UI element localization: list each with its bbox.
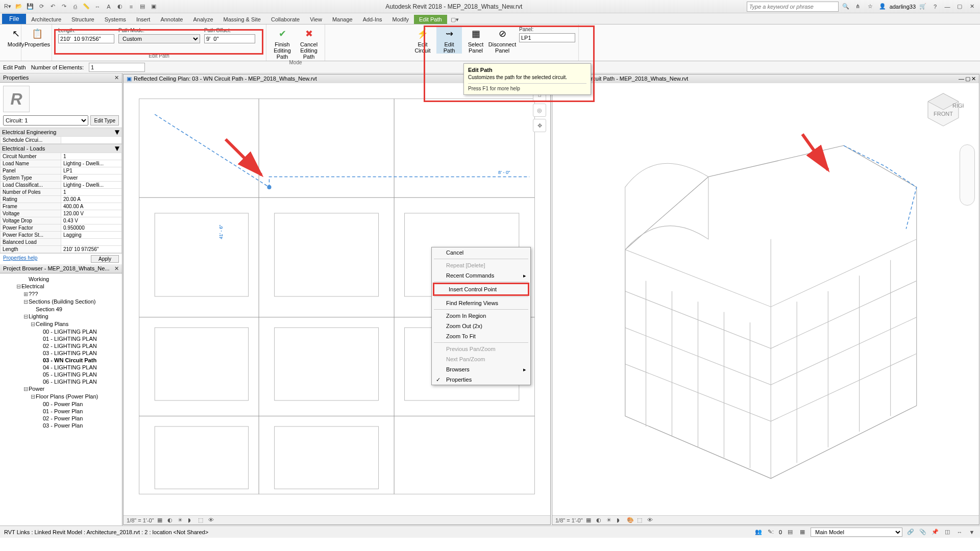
favorite-icon[interactable]: ☆ bbox=[865, 2, 875, 11]
tree-item[interactable]: ⊟Lighting bbox=[1, 313, 121, 320]
hide-icon[interactable]: 👁 bbox=[208, 517, 215, 524]
tree-item[interactable]: 01 - LIGHTING PLAN bbox=[1, 335, 121, 342]
prop-value[interactable]: 120.00 V bbox=[61, 210, 122, 217]
tree-item[interactable]: ⊞??? bbox=[1, 290, 121, 298]
prop-value[interactable]: 1 bbox=[61, 189, 122, 196]
tab-systems[interactable]: Systems bbox=[100, 15, 131, 24]
main-model-select[interactable]: Main Model bbox=[811, 528, 902, 537]
worksets-icon[interactable]: 👥 bbox=[754, 528, 763, 536]
detail-level-icon[interactable]: ▦ bbox=[157, 517, 164, 524]
ctx-browsers[interactable]: Browsers bbox=[432, 364, 530, 374]
shadows-icon[interactable]: ◗ bbox=[617, 517, 624, 524]
main-model-icon[interactable]: ▦ bbox=[798, 528, 806, 536]
editcircuit-button[interactable]: ⚡ Edit Circuit bbox=[410, 27, 435, 54]
view2-min-icon[interactable]: — bbox=[959, 76, 964, 82]
crop-icon[interactable]: ⬚ bbox=[198, 517, 205, 524]
minimize-icon[interactable]: — bbox=[942, 2, 952, 11]
tree-item[interactable]: 02 - LIGHTING PLAN bbox=[1, 342, 121, 349]
select-pinned-icon[interactable]: 📌 bbox=[931, 528, 939, 536]
nav-wheel-icon[interactable]: ◎ bbox=[533, 104, 546, 117]
tree-item[interactable]: ⊟Sections (Building Section) bbox=[1, 298, 121, 306]
editpath-button[interactable]: ⇝ Edit Path bbox=[436, 27, 462, 54]
print-icon[interactable]: ⎙ bbox=[70, 2, 80, 11]
detail-level-icon[interactable]: ▦ bbox=[586, 517, 593, 524]
ctx-zoom-in[interactable]: Zoom In Region bbox=[432, 311, 530, 321]
tree-item[interactable]: ⊟Floor Plans (Power Plan) bbox=[1, 393, 121, 400]
panel-input[interactable] bbox=[519, 33, 575, 42]
ctx-recent[interactable]: Recent Commands bbox=[432, 270, 530, 281]
thin-lines-icon[interactable]: ≡ bbox=[127, 2, 136, 11]
ctx-find-referring[interactable]: Find Referring Views bbox=[432, 298, 530, 308]
view2-max-icon[interactable]: ▢ bbox=[965, 76, 970, 82]
view2-scale[interactable]: 1/8" = 1'-0" bbox=[555, 517, 583, 523]
crop-icon[interactable]: ⬚ bbox=[637, 517, 644, 524]
close-hidden-icon[interactable]: ▤ bbox=[138, 2, 147, 11]
type-selector[interactable]: Circuit: 1 bbox=[3, 115, 88, 126]
tree-item[interactable]: ⊟Power bbox=[1, 385, 121, 393]
tab-collaborate[interactable]: Collaborate bbox=[266, 15, 305, 24]
app-menu-icon[interactable]: R▾ bbox=[3, 2, 12, 11]
properties-button[interactable]: 📋 Properties bbox=[24, 27, 50, 47]
search-icon[interactable]: 🔍 bbox=[841, 2, 851, 11]
prop-value[interactable]: LP1 bbox=[61, 167, 122, 174]
pathmode-select[interactable]: Custom bbox=[118, 34, 200, 43]
tree-item[interactable]: ⊟Ceiling Plans bbox=[1, 320, 121, 328]
tab-analyze[interactable]: Analyze bbox=[188, 15, 218, 24]
tree-item[interactable]: Section 49 bbox=[1, 306, 121, 313]
editable-icon[interactable]: ✎: bbox=[767, 528, 775, 536]
hide-icon[interactable]: 👁 bbox=[647, 517, 654, 524]
switch-windows-icon[interactable]: ▣ bbox=[149, 2, 158, 11]
edit-type-button[interactable]: Edit Type bbox=[90, 115, 119, 126]
section-icon[interactable]: ◐ bbox=[115, 2, 125, 11]
restore-icon[interactable]: ▢ bbox=[954, 2, 965, 11]
tab-manage[interactable]: Manage bbox=[327, 15, 358, 24]
properties-help-link[interactable]: Properties help bbox=[3, 255, 37, 263]
prop-value[interactable]: 0.43 V bbox=[61, 217, 122, 224]
tree-item[interactable]: 05 - LIGHTING PLAN bbox=[1, 371, 121, 378]
tree-item[interactable]: 03 - WN Circuit Path bbox=[1, 357, 121, 364]
comm-icon[interactable]: ⋔ bbox=[853, 2, 863, 11]
prop-value[interactable]: 400.00 A bbox=[61, 203, 122, 210]
text-icon[interactable]: A bbox=[104, 2, 113, 11]
ctx-properties[interactable]: Properties bbox=[432, 374, 530, 385]
prop-value[interactable] bbox=[61, 239, 122, 246]
select-face-icon[interactable]: ◫ bbox=[943, 528, 951, 536]
help-icon[interactable]: ? bbox=[930, 2, 940, 11]
sun-icon[interactable]: ☀ bbox=[178, 517, 185, 524]
sun-icon[interactable]: ☀ bbox=[606, 517, 614, 524]
ctx-zoom-fit[interactable]: Zoom To Fit bbox=[432, 331, 530, 341]
ctx-zoom-out[interactable]: Zoom Out (2x) bbox=[432, 321, 530, 331]
select-underlay-icon[interactable]: 📎 bbox=[919, 528, 927, 536]
tree-item[interactable]: 06 - LIGHTING PLAN bbox=[1, 378, 121, 385]
cat-elec-eng[interactable]: Electrical Engineering⯆ bbox=[0, 128, 122, 136]
view-cube[interactable]: FRONT RIGHT bbox=[923, 89, 964, 130]
prop-value[interactable]: Lagging bbox=[61, 232, 122, 239]
prop-value[interactable]: Lighting - Dwelli... bbox=[61, 160, 122, 167]
length-input[interactable] bbox=[58, 34, 114, 43]
tab-editpath[interactable]: Edit Path bbox=[414, 15, 447, 24]
view2-close-icon[interactable]: ✕ bbox=[971, 76, 976, 82]
prop-value[interactable]: 20.00 A bbox=[61, 196, 122, 203]
offset-input[interactable] bbox=[204, 34, 255, 43]
tree-item[interactable]: 00 - LIGHTING PLAN bbox=[1, 328, 121, 335]
finish-button[interactable]: ✔ Finish Editing Path bbox=[270, 27, 295, 60]
save-icon[interactable]: 💾 bbox=[26, 2, 35, 11]
nav-bar[interactable] bbox=[960, 144, 975, 206]
prop-value[interactable]: 1 bbox=[61, 153, 122, 160]
tab-annotate[interactable]: Annotate bbox=[155, 15, 188, 24]
redo-icon[interactable]: ↷ bbox=[59, 2, 68, 11]
tab-insert[interactable]: Insert bbox=[131, 15, 156, 24]
prop-value[interactable]: Power bbox=[61, 174, 122, 182]
render-icon[interactable]: 🎨 bbox=[627, 517, 634, 524]
tab-structure[interactable]: Structure bbox=[66, 15, 100, 24]
drag-icon[interactable]: ↔ bbox=[955, 528, 964, 536]
tab-file[interactable]: File bbox=[2, 14, 26, 24]
disconnect-button[interactable]: ⊘ Disconnect Panel bbox=[489, 27, 515, 54]
ctx-cancel[interactable]: Cancel bbox=[432, 247, 530, 258]
filter-icon[interactable]: ▼ bbox=[968, 528, 976, 536]
close-icon[interactable]: ✕ bbox=[967, 2, 977, 11]
exchange-icon[interactable]: 🛒 bbox=[918, 2, 928, 11]
nav-pan-icon[interactable]: ✥ bbox=[533, 119, 546, 132]
view1-scale[interactable]: 1/8" = 1'-0" bbox=[127, 517, 154, 523]
prop-value[interactable]: Lighting - Dwelli... bbox=[61, 182, 122, 189]
